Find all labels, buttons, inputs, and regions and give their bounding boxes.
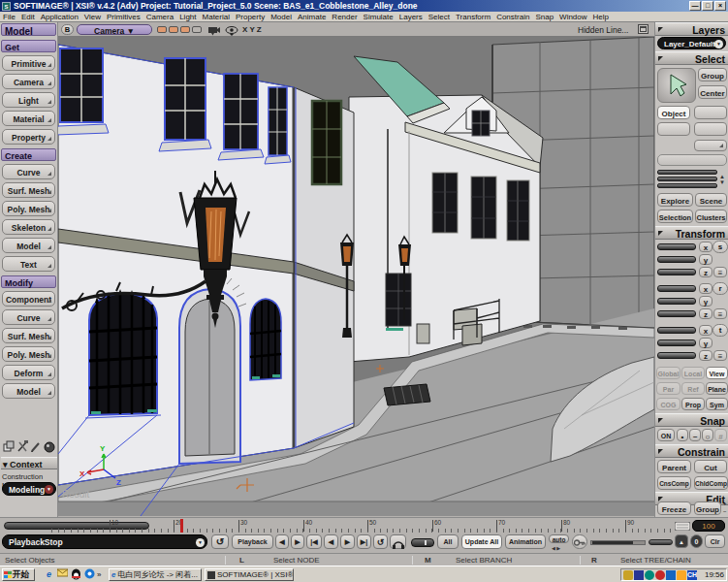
clr-button[interactable]: Clr [705,534,725,548]
selection-button[interactable]: Selection [657,210,693,223]
memo-cam-2-button[interactable] [169,26,178,33]
transform-header[interactable]: Transform [655,226,728,240]
loop-playback-button[interactable]: ↺ [373,534,388,549]
timeline-ruler[interactable]: 10 20 30 40 50 60 70 80 90 [51,519,672,533]
select-filter-button-1[interactable] [694,106,727,119]
ie-quicklaunch-icon[interactable]: e [43,568,55,581]
memo-cam-4-button[interactable] [192,26,202,33]
eye-icon[interactable] [225,24,238,38]
create-polymesh-button[interactable]: Poly. Mesh [2,201,55,216]
get-primitive-button[interactable]: Primitive [2,55,55,71]
plane-mode-button[interactable]: Plane [706,382,728,395]
menu-snap[interactable]: Snap [532,13,556,21]
modify-curve-button[interactable]: Curve [2,309,55,325]
rotate-y-button[interactable]: y [699,296,712,307]
scene-button[interactable]: Scene [695,193,727,207]
tray-lock-icon[interactable] [677,570,686,580]
freeze-button[interactable]: Freeze [657,501,691,515]
modify-surfmesh-button[interactable]: Surf. Mesh [2,328,55,343]
cnscomp-button[interactable]: CnsComp [657,476,691,490]
select-group-button[interactable]: Group [698,68,727,81]
title-bar[interactable]: S SOFTIMAGE® | XSI® v.4.2 (Adv) Project:… [0,0,728,12]
translate-x-button[interactable]: x [699,325,712,336]
tray-red-icon[interactable] [655,570,665,580]
auto-arrows-icon[interactable]: ◀ ▶ [552,545,560,551]
menu-primitives[interactable]: Primitives [104,13,143,21]
panel-scroll-slider[interactable] [649,539,673,545]
menu-select[interactable]: Select [426,13,453,21]
mediaplayer-quicklaunch-icon[interactable] [83,568,96,581]
menu-layers[interactable]: Layers [396,13,426,21]
toolbar-title[interactable]: Model [1,23,56,36]
modify-polymesh-button[interactable]: Poly. Mesh [2,346,55,362]
create-skeleton-button[interactable]: Skeleton [2,219,55,235]
rotate-z-slider[interactable] [657,310,696,317]
frame-back-button[interactable]: ◀ [275,534,289,549]
panel-zero-button[interactable]: 0 [690,534,703,548]
scroll-arrows-icon[interactable]: ▲▼ [719,174,725,185]
display-mode-menu[interactable]: Hidden Line... [578,25,628,35]
taskbar-item-forum[interactable]: e 电白同乡论坛 -> 闲着... [109,568,202,581]
tray-teal-icon[interactable] [645,570,654,580]
go-last-frame-button[interactable]: ▶| [357,534,371,549]
play-backward-button[interactable]: ◀ [324,534,338,549]
translate-x-slider[interactable] [657,327,696,334]
frame-forward-button[interactable]: ▶ [291,534,304,549]
key-button[interactable] [572,534,587,549]
tray-grid-icon[interactable] [634,570,644,580]
modify-deform-button[interactable]: Deform [2,365,55,380]
ref-mode-button[interactable]: Ref [681,382,705,395]
memo-cam-3-button[interactable] [180,26,190,33]
snap-surface-icon[interactable]: ○ [702,429,713,441]
scale-y-button[interactable]: y [699,254,712,265]
edit-group-button[interactable]: Group [694,501,721,515]
select-filter-button-3[interactable] [694,122,727,136]
translate-tool-button[interactable]: t [712,324,728,337]
constrain-header[interactable]: Constrain [655,444,728,458]
menu-animate[interactable]: Animate [295,13,329,21]
selection-text-field[interactable] [657,154,727,166]
snap-point-icon[interactable]: • [677,429,688,441]
get-camera-button[interactable]: Camera [2,74,55,89]
create-surfmesh-button[interactable]: Surf. Mesh [2,182,55,198]
menu-light[interactable]: Light [176,13,199,21]
translate-y-slider[interactable] [657,340,696,346]
menu-property[interactable]: Property [233,13,268,21]
menu-camera[interactable]: Camera [143,13,176,21]
get-light-button[interactable]: Light [2,92,55,108]
select-scrollbar-3[interactable] [657,183,717,188]
snap-header[interactable]: Snap [655,413,728,427]
auto-key-button[interactable]: auto [549,534,569,543]
tray-paint-icon[interactable] [623,570,633,580]
minimize-button[interactable]: — [689,1,701,11]
translate-menu-icon[interactable]: ≡ [713,350,727,361]
par-mode-button[interactable]: Par [656,382,681,395]
memo-cam-1-button[interactable] [157,26,167,33]
snap-grid-icon[interactable]: # [714,429,727,441]
all-button[interactable]: All [437,534,459,549]
context-header[interactable]: ▾ Context [1,457,57,469]
mail-quicklaunch-icon[interactable] [56,568,69,581]
playhead[interactable] [180,519,183,533]
translate-z-button[interactable]: z [699,350,712,361]
update-all-button[interactable]: Update All [461,534,502,549]
close-button[interactable]: × [714,1,726,11]
menu-file[interactable]: File [0,13,18,21]
rotate-z-button[interactable]: z [699,308,712,319]
scale-z-slider[interactable] [657,269,696,275]
select-tool-button[interactable] [657,68,696,103]
taskbar-item-xsi[interactable]: SOFTIMAGE® | XSI® v.4... [205,568,294,581]
speed-slider-track[interactable] [590,540,646,545]
scale-z-button[interactable]: z [699,267,712,277]
viewport-3d-view[interactable]: X Y Z Result [58,37,654,516]
menu-application[interactable]: Application [38,13,81,21]
prop-button[interactable]: Prop [681,398,705,410]
start-button[interactable]: 开始 [2,568,35,581]
select-header[interactable]: Select [655,51,728,65]
menu-transform[interactable]: Transform [453,13,493,21]
animation-button[interactable]: Animation [505,534,546,549]
select-center-button[interactable]: Center [698,85,727,99]
modify-model-button[interactable]: Model [2,383,55,399]
tools-icon[interactable] [16,439,29,456]
end-frame-field[interactable]: 100 [692,520,725,532]
